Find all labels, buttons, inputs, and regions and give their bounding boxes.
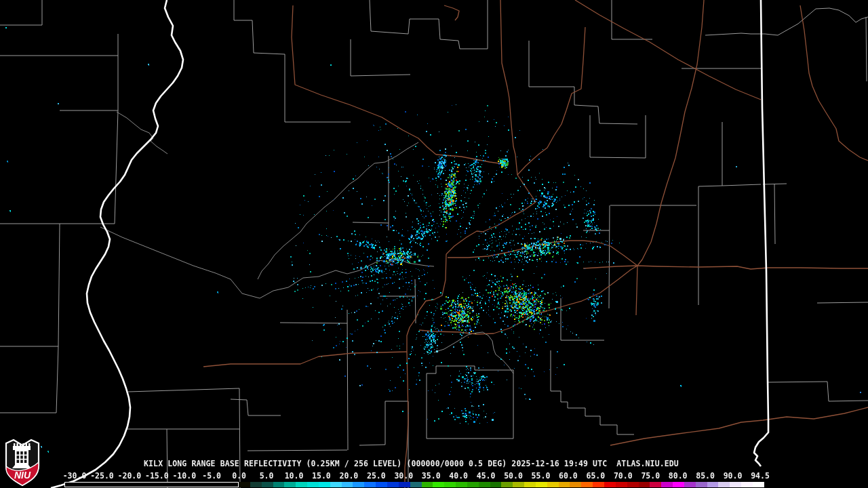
colorbar-segment xyxy=(364,482,376,487)
colorbar-segment xyxy=(399,482,410,487)
colorbar-segment xyxy=(707,482,719,487)
colorbar-tick-label: -20.0 xyxy=(118,471,142,481)
colorbar-segment xyxy=(570,482,581,487)
colorbar-tick-labels: -30.0-25.0-20.0-15.0-10.0-5.00.05.010.01… xyxy=(0,471,868,481)
colorbar-segment xyxy=(718,482,730,487)
colorbar-segment xyxy=(433,482,444,487)
colorbar-segment xyxy=(684,482,696,487)
colorbar-tick-label: 75.0 xyxy=(641,471,660,481)
colorbar-tick-label: 50.0 xyxy=(504,471,523,481)
colorbar-tick-label: -5.0 xyxy=(202,471,221,481)
colorbar-tick-label: 35.0 xyxy=(422,471,441,481)
colorbar-segment xyxy=(284,482,296,487)
colorbar-segment xyxy=(753,482,764,487)
radar-display: KILX LONG RANGE BASE REFLECTIVITY (0.25K… xyxy=(0,0,868,488)
colorbar-segment xyxy=(501,482,513,487)
reflectivity-colorbar xyxy=(64,482,764,487)
colorbar-tick-label: 55.0 xyxy=(532,471,551,481)
colorbar-segment xyxy=(330,482,342,487)
colorbar-tick-label: 40.0 xyxy=(449,471,468,481)
colorbar-empty-range xyxy=(64,482,239,487)
colorbar-segment xyxy=(444,482,456,487)
colorbar-segment xyxy=(319,482,330,487)
colorbar-tick-label: 5.0 xyxy=(260,471,274,481)
colorbar-tick-label: -15.0 xyxy=(145,471,169,481)
colorbar-segment xyxy=(547,482,559,487)
colorbar-segment xyxy=(250,482,262,487)
colorbar-segment xyxy=(559,482,570,487)
colorbar-segment xyxy=(307,482,319,487)
colorbar-tick-label: 80.0 xyxy=(669,471,688,481)
colorbar-segment xyxy=(376,482,387,487)
colorbar-segment xyxy=(673,482,684,487)
colorbar-tick-label: -25.0 xyxy=(90,471,114,481)
colorbar-segment xyxy=(479,482,490,487)
reflectivity-echoes xyxy=(0,0,868,488)
colorbar-tick-label: 65.0 xyxy=(587,471,606,481)
colorbar-segment xyxy=(410,482,422,487)
colorbar-tick-label: 0.0 xyxy=(232,471,246,481)
colorbar-segment xyxy=(262,482,273,487)
colorbar-tick-label: 70.0 xyxy=(614,471,633,481)
colorbar-tick-label: 90.0 xyxy=(724,471,743,481)
colorbar-segment xyxy=(536,482,547,487)
colorbar-segment xyxy=(627,482,639,487)
colorbar-segment xyxy=(593,482,604,487)
colorbar-tick-label: 20.0 xyxy=(340,471,359,481)
colorbar-segments xyxy=(239,482,764,487)
colorbar-tick-label: -30.0 xyxy=(63,471,87,481)
colorbar-segment xyxy=(490,482,502,487)
colorbar-segment xyxy=(467,482,479,487)
colorbar-segment xyxy=(273,482,285,487)
colorbar-segment xyxy=(730,482,741,487)
colorbar-segment xyxy=(513,482,524,487)
colorbar-segment xyxy=(639,482,650,487)
colorbar-tick-label: 15.0 xyxy=(312,471,331,481)
colorbar-segment xyxy=(696,482,707,487)
colorbar-segment xyxy=(296,482,307,487)
colorbar-tick-label: 45.0 xyxy=(477,471,496,481)
radar-caption: KILX LONG RANGE BASE REFLECTIVITY (0.25K… xyxy=(144,459,679,468)
colorbar-segment xyxy=(239,482,250,487)
colorbar-tick-label: 25.0 xyxy=(367,471,386,481)
colorbar-segment xyxy=(422,482,433,487)
colorbar-tick-label: -10.0 xyxy=(172,471,196,481)
colorbar-tick-label: 10.0 xyxy=(285,471,304,481)
colorbar-segment xyxy=(650,482,661,487)
colorbar-segment xyxy=(616,482,627,487)
colorbar-tick-label: 60.0 xyxy=(559,471,578,481)
colorbar-segment xyxy=(524,482,536,487)
colorbar-segment xyxy=(604,482,616,487)
colorbar-tick-label: 94.5 xyxy=(751,471,770,481)
colorbar-tick-label: 30.0 xyxy=(394,471,413,481)
niu-logo-text: NIU xyxy=(14,470,31,481)
colorbar-segment xyxy=(387,482,399,487)
niu-logo: NIU xyxy=(4,439,41,487)
niu-castle-windows xyxy=(17,451,27,463)
colorbar-segment xyxy=(741,482,753,487)
colorbar-tick-label: 85.0 xyxy=(696,471,715,481)
colorbar-segment xyxy=(456,482,467,487)
colorbar-segment xyxy=(342,482,353,487)
colorbar-segment xyxy=(353,482,364,487)
colorbar-segment xyxy=(661,482,673,487)
colorbar-segment xyxy=(581,482,593,487)
